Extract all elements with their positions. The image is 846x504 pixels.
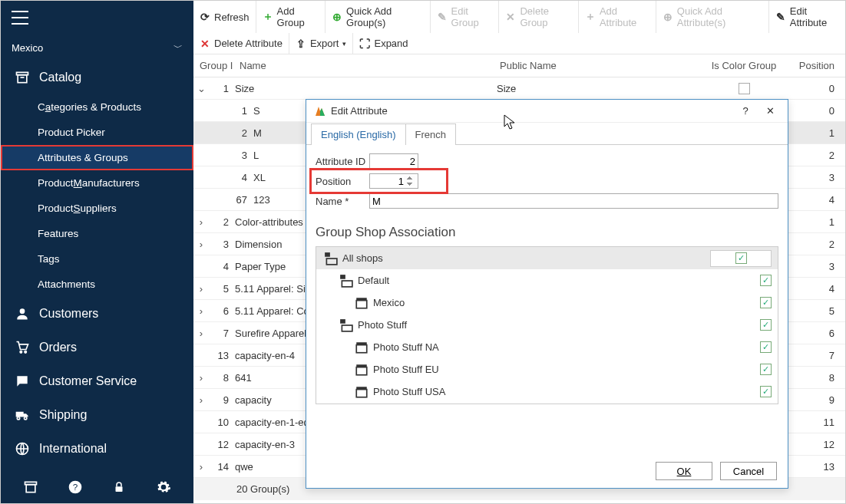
locale-tabs: English (English) French [306, 123, 788, 145]
refresh-icon: ⟳ [200, 12, 210, 22]
shop-icon [355, 363, 368, 377]
tab-french[interactable]: French [405, 124, 456, 145]
sidebar-item[interactable]: Product Manufacturers [1, 170, 193, 196]
svg-rect-27 [356, 389, 367, 397]
checkbox[interactable]: ✓ [760, 364, 772, 375]
shop-row[interactable]: All shops✓ [316, 247, 778, 269]
expand-caret-icon[interactable]: › [193, 461, 209, 473]
shop-row[interactable]: Mexico✓ [316, 292, 778, 314]
checkbox[interactable]: ✓ [760, 275, 772, 286]
sidebar-item[interactable]: Product Suppliers [1, 196, 193, 221]
sidebar-section-orders[interactable]: Orders [1, 331, 193, 364]
position-cell: 1 [793, 216, 845, 228]
help-icon[interactable]: ? [66, 478, 84, 496]
dialog-close-button[interactable]: ✕ [760, 105, 780, 117]
group-id: 1 [209, 83, 233, 94]
checkbox[interactable]: ✓ [760, 341, 772, 353]
expand-caret-icon[interactable]: ⌄ [193, 83, 209, 94]
hamburger-icon[interactable] [12, 11, 28, 25]
truck-icon [15, 407, 30, 423]
tab-english[interactable]: English (English) [311, 124, 406, 145]
shop-row[interactable]: Photo Stuff NA✓ [316, 336, 778, 358]
expand-caret-icon[interactable]: › [193, 372, 209, 384]
edit-attribute-button[interactable]: ✎Edit Attribute [769, 1, 845, 33]
col-group-id[interactable]: Group I [197, 60, 236, 71]
position-field[interactable] [369, 173, 418, 189]
expand-caret-icon[interactable]: › [193, 305, 209, 317]
label-name: Name * [316, 196, 366, 207]
expand-caret-icon[interactable]: › [193, 216, 209, 228]
expand-button[interactable]: ⛶Expand [353, 33, 414, 54]
checkbox[interactable]: ✓ [760, 319, 772, 331]
plus-icon: ＋ [585, 12, 596, 22]
refresh-button[interactable]: ⟳Refresh [193, 1, 256, 33]
chevron-down-icon: ﹀ [173, 41, 183, 54]
group-id: 4 [209, 261, 233, 272]
position-cell: 12 [793, 439, 845, 450]
sidebar-item[interactable]: Features [1, 221, 193, 246]
delete-group-button: ✕Delete Group [499, 1, 578, 33]
shop-icon [355, 341, 368, 354]
attr-id: 1 [227, 105, 252, 117]
quick-add-groups-button[interactable]: ⊕Quick Add Group(s) [326, 1, 431, 33]
add-group-button[interactable]: ＋Add Group [256, 1, 326, 33]
shop-row[interactable]: Photo Stuff✓ [316, 314, 778, 336]
position-cell: 3 [793, 172, 845, 183]
export-button[interactable]: ⇪Export▾ [289, 33, 354, 54]
group-id: 5 [209, 283, 233, 295]
svg-rect-21 [342, 325, 352, 331]
name-field[interactable] [369, 193, 778, 209]
sidebar-section-customer-service[interactable]: Customer Service [1, 364, 193, 398]
sidebar-item[interactable]: Attributes & Groups [1, 145, 193, 170]
position-cell: 0 [793, 83, 845, 94]
group-row[interactable]: ⌄1SizeSize0 [193, 77, 845, 100]
lock-icon[interactable] [110, 478, 128, 496]
svg-rect-1 [18, 75, 27, 83]
shop-icon [355, 296, 368, 310]
col-name[interactable]: Name [236, 60, 497, 71]
quick-add-attributes-button: ⊕Quick Add Attribute(s) [656, 1, 769, 33]
col-position[interactable]: Position [793, 60, 845, 71]
checkbox[interactable]: ✓ [760, 386, 772, 397]
add-attribute-button: ＋Add Attribute [579, 1, 656, 33]
svg-point-3 [20, 308, 25, 314]
checkbox[interactable]: ✓ [710, 250, 772, 267]
attr-id: 4 [227, 172, 252, 183]
sidebar-section-shipping[interactable]: Shipping [1, 398, 193, 432]
cancel-button[interactable]: Cancel [720, 462, 777, 480]
sidebar-section-catalog[interactable]: Catalog [1, 61, 193, 94]
checkbox[interactable]: ✓ [760, 297, 772, 308]
shop-group-icon [324, 252, 338, 265]
dialog-help-button[interactable]: ? [735, 105, 755, 117]
checkbox-icon [739, 83, 750, 94]
position-cell: 6 [793, 328, 845, 339]
shop-row[interactable]: Photo Stuff EU✓ [316, 358, 778, 380]
expand-caret-icon[interactable]: › [193, 239, 209, 250]
archive-bottom-icon[interactable] [21, 478, 40, 496]
col-public-name[interactable]: Public Name [497, 60, 695, 71]
shop-row[interactable]: Photo Stuff USA✓ [316, 380, 778, 403]
shop-label: Photo Stuff [353, 319, 760, 331]
expand-caret-icon[interactable]: › [193, 394, 209, 406]
gear-icon[interactable] [154, 478, 173, 496]
svg-rect-10 [26, 484, 35, 492]
delete-attribute-button[interactable]: ✕Delete Attribute [193, 33, 289, 54]
tenant-selector[interactable]: Mexico ﹀ [1, 35, 193, 61]
shop-row[interactable]: Default✓ [316, 269, 778, 292]
shop-label: Default [353, 275, 760, 286]
col-is-color-group[interactable]: Is Color Group [695, 60, 793, 71]
expand-caret-icon[interactable]: › [193, 328, 209, 339]
group-id: 6 [209, 305, 233, 317]
sidebar-item[interactable]: Attachments [1, 272, 193, 297]
sidebar-item[interactable]: Product Picker [1, 120, 193, 145]
ok-button[interactable]: OK [656, 462, 712, 480]
sidebar-section-international[interactable]: International [1, 432, 193, 466]
edit-attribute-dialog: Edit Attribute ? ✕ English (English) Fre… [306, 99, 788, 489]
group-id: 3 [209, 239, 233, 250]
sidebar-section-customers[interactable]: Customers [1, 297, 193, 331]
sidebar-item[interactable]: Categories & Products [1, 94, 193, 120]
sidebar-item[interactable]: Tags [1, 246, 193, 272]
shop-label: Photo Stuff USA [368, 386, 760, 397]
expand-caret-icon[interactable]: › [193, 283, 209, 295]
globe-icon [15, 441, 30, 456]
